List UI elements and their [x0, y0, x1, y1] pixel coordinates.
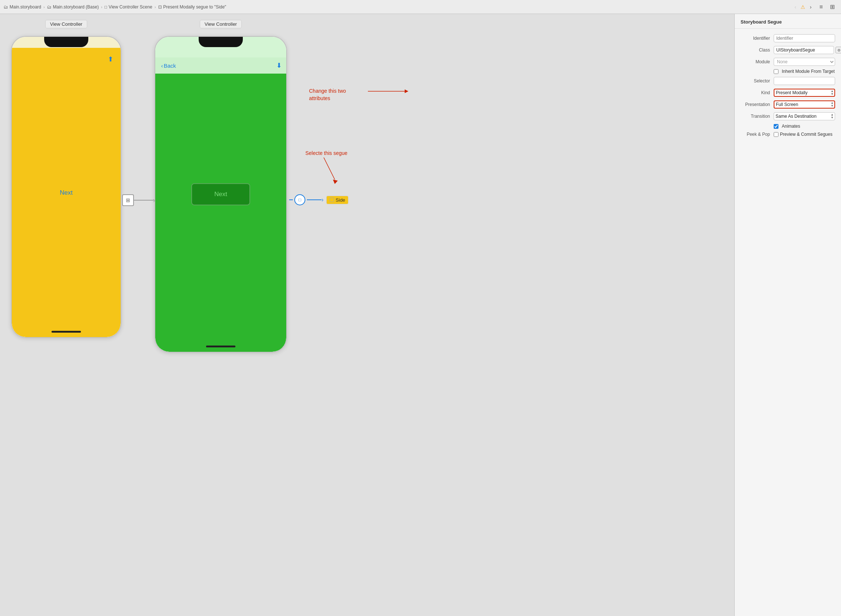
panel-row-kind: Kind Present Modally Show Show Detail Pr… — [735, 87, 841, 98]
segue-icon: ⊡ — [158, 4, 162, 10]
canvas-area: ⬆ Next View Controller ‹ Back ⬇ Next Vie… — [0, 14, 734, 616]
breadcrumb-scene[interactable]: □ View Controller Scene — [104, 4, 152, 10]
right-panel: Storyboard Segue Identifier Class ⚙ › Mo… — [734, 14, 841, 616]
panel-row-transition: Transition Same As Destination Cover Ver… — [735, 110, 841, 122]
arrow-head-1: › — [153, 197, 155, 204]
breadcrumb-label-2: Main.storyboard (Base) — [53, 4, 99, 10]
class-field-group: ⚙ › — [774, 46, 841, 54]
main-area: ⬆ Next View Controller ‹ Back ⬇ Next Vie… — [0, 14, 841, 616]
presentation-select-wrapper: Full Screen Current Context Automatic Pa… — [774, 100, 835, 109]
label-transition: Transition — [741, 114, 774, 119]
next-button-green[interactable]: Next — [191, 183, 250, 205]
breadcrumb-label-3: View Controller Scene — [108, 4, 152, 10]
toolbar-right: ‹ ⚠ › ≡ ⊞ — [793, 2, 837, 12]
annotation-segue-text: Selecte this segue — [305, 150, 347, 156]
transition-select-wrapper: Same As Destination Cover Vertical Flip … — [774, 112, 835, 120]
nav-forward-btn[interactable]: › — [808, 3, 813, 11]
toolbar-icons: ≡ ⊞ — [816, 2, 837, 12]
sep3: › — [154, 5, 156, 9]
breadcrumb-storyboard-base[interactable]: 🗂 Main.storyboard (Base) — [47, 4, 99, 10]
panel-row-class: Class ⚙ › — [735, 44, 841, 56]
input-identifier[interactable] — [774, 34, 835, 42]
warning-icon: ⚠ — [800, 4, 805, 10]
label-selector: Selector — [741, 78, 774, 84]
checkbox-animates[interactable] — [774, 124, 778, 129]
breadcrumb-storyboard[interactable]: 🗂 Main.storyboard — [4, 4, 41, 10]
segue-line-2 — [307, 199, 322, 200]
checkbox-peek[interactable] — [774, 132, 778, 137]
label-inherit-module: Inherit Module From Target — [782, 69, 835, 74]
download-icon: ⬇ — [276, 62, 282, 70]
svg-line-2 — [324, 157, 335, 180]
input-class[interactable] — [774, 46, 834, 54]
panel-row-module: Module None — [735, 56, 841, 68]
rect-icon[interactable]: ⊞ — [827, 2, 837, 12]
annotation-arrow-2 — [316, 157, 346, 187]
svg-marker-3 — [333, 180, 338, 184]
segue-circle[interactable]: □ — [294, 194, 305, 205]
row-animates: Animates — [735, 122, 841, 130]
select-transition[interactable]: Same As Destination Cover Vertical Flip … — [774, 112, 835, 120]
phone-mid-home-bar — [206, 346, 236, 348]
scene-icon: □ — [104, 4, 107, 10]
panel-title: Storyboard Segue — [735, 14, 841, 29]
label-presentation: Presentation — [741, 102, 774, 107]
class-settings-btn[interactable]: ⚙ — [835, 47, 841, 53]
input-selector[interactable] — [774, 77, 835, 85]
panel-row-identifier: Identifier — [735, 32, 841, 44]
top-bar: 🗂 Main.storyboard › 🗂 Main.storyboard (B… — [0, 0, 841, 14]
label-class: Class — [741, 47, 774, 53]
storyboard-icon: 🗂 — [4, 4, 8, 10]
panel-row-peek: Peek & Pop Preview & Commit Segues — [735, 130, 841, 138]
phone-left-label: View Controller — [11, 21, 122, 27]
phone-left: ⬆ Next — [11, 36, 122, 338]
select-module[interactable]: None — [774, 58, 835, 66]
segue-line-1 — [289, 199, 293, 200]
select-kind[interactable]: Present Modally Show Show Detail Present… — [774, 89, 835, 97]
segue-arrow-right: □ › Side — [289, 194, 349, 205]
sep1: › — [43, 5, 45, 9]
label-identifier: Identifier — [741, 36, 774, 41]
segue-arrow-head: › — [322, 197, 323, 203]
segue-box-icon[interactable]: ⊞ — [122, 194, 134, 206]
lines-icon[interactable]: ≡ — [816, 2, 826, 12]
annotation-arrow-1 — [368, 84, 412, 106]
panel-body: Identifier Class ⚙ › Module None — [735, 29, 841, 616]
phone-mid-label: View Controller — [154, 21, 287, 27]
svg-marker-1 — [405, 89, 408, 93]
select-presentation[interactable]: Full Screen Current Context Automatic Pa… — [774, 100, 835, 109]
label-peek-text: Preview & Commit Segues — [780, 132, 832, 137]
phone-left-next: Next — [60, 189, 73, 197]
annotation-segue: Selecte this segue — [305, 150, 347, 156]
breadcrumb-label-1: Main.storyboard — [10, 4, 41, 10]
storyboard-base-icon: 🗂 — [47, 4, 51, 10]
side-badge-dot — [330, 198, 334, 202]
sep2: › — [101, 5, 102, 9]
arrow-line-1 — [134, 200, 154, 201]
kind-select-wrapper: Present Modally Show Show Detail Present… — [774, 89, 835, 97]
checkbox-inherit-module[interactable] — [774, 69, 778, 74]
panel-row-presentation: Presentation Full Screen Current Context… — [735, 98, 841, 110]
side-badge: Side — [326, 196, 349, 204]
segue-arrow-left-mid: ⊞ › — [122, 194, 155, 206]
back-button[interactable]: ‹ Back — [161, 63, 176, 69]
phone-left-notch — [44, 37, 88, 47]
phone-mid-navbar: ‹ Back ⬇ — [155, 57, 287, 73]
label-animates: Animates — [782, 124, 800, 129]
breadcrumb-segue[interactable]: ⊡ Present Modally segue to "Side" — [158, 4, 226, 10]
side-badge-text: Side — [336, 197, 345, 203]
annotation-change: Change this twoattributes — [309, 88, 346, 102]
label-peek: Peek & Pop — [741, 132, 774, 137]
row-inherit-module: Inherit Module From Target — [735, 68, 841, 75]
phone-left-home-bar — [51, 331, 81, 333]
label-module: Module — [741, 59, 774, 65]
nav-back-btn[interactable]: ‹ — [793, 3, 798, 11]
panel-row-selector: Selector — [735, 75, 841, 87]
phone-mid-notch — [199, 37, 243, 47]
phone-mid: ‹ Back ⬇ Next — [154, 36, 287, 352]
annotation-change-text: Change this twoattributes — [309, 88, 346, 102]
label-kind: Kind — [741, 90, 774, 95]
breadcrumb-label-4: Present Modally segue to "Side" — [163, 4, 226, 10]
share-icon: ⬆ — [108, 55, 113, 63]
